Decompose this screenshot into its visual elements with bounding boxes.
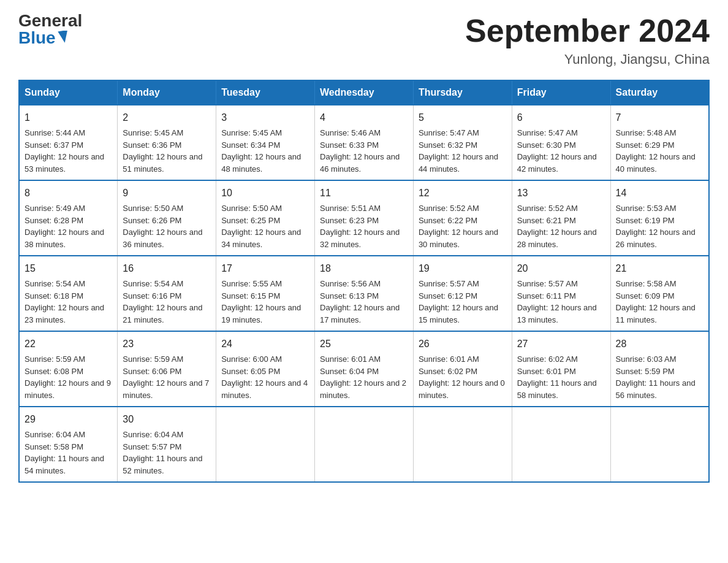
calendar-week-row: 15Sunrise: 5:54 AMSunset: 6:18 PMDayligh… (19, 256, 709, 331)
calendar-day-cell: 14Sunrise: 5:53 AMSunset: 6:19 PMDayligh… (610, 180, 709, 256)
logo: General Blue (18, 12, 82, 47)
calendar-day-cell: 19Sunrise: 5:57 AMSunset: 6:12 PMDayligh… (413, 256, 512, 331)
day-sunrise: Sunrise: 5:59 AM (123, 354, 183, 364)
day-number: 20 (517, 261, 605, 276)
calendar-day-cell: 28Sunrise: 6:03 AMSunset: 5:59 PMDayligh… (610, 331, 709, 407)
day-number: 12 (419, 186, 507, 201)
header-monday: Monday (118, 80, 216, 105)
day-daylight: Daylight: 12 hours and 4 minutes. (221, 378, 308, 400)
day-number: 15 (25, 261, 112, 276)
day-daylight: Daylight: 12 hours and 44 minutes. (419, 152, 498, 174)
day-daylight: Daylight: 11 hours and 56 minutes. (616, 378, 696, 400)
day-number: 7 (616, 110, 703, 125)
day-number: 4 (320, 110, 408, 125)
logo-blue: Blue (18, 29, 56, 47)
day-daylight: Daylight: 12 hours and 34 minutes. (221, 228, 301, 249)
header-sunday: Sunday (19, 80, 118, 105)
day-daylight: Daylight: 12 hours and 48 minutes. (221, 152, 301, 174)
calendar-day-cell: 5Sunrise: 5:47 AMSunset: 6:32 PMDaylight… (413, 105, 512, 180)
calendar-day-cell: 13Sunrise: 5:52 AMSunset: 6:21 PMDayligh… (512, 180, 610, 256)
day-number: 1 (25, 110, 112, 125)
day-sunset: Sunset: 6:23 PM (320, 216, 379, 225)
header-thursday: Thursday (413, 80, 512, 105)
calendar-day-cell: 23Sunrise: 5:59 AMSunset: 6:06 PMDayligh… (118, 331, 216, 407)
calendar-header-row: SundayMondayTuesdayWednesdayThursdayFrid… (19, 80, 709, 105)
day-number: 5 (419, 110, 507, 125)
day-number: 18 (320, 261, 408, 276)
calendar-week-row: 8Sunrise: 5:49 AMSunset: 6:28 PMDaylight… (19, 180, 709, 256)
day-sunrise: Sunrise: 5:57 AM (419, 279, 479, 288)
calendar-day-cell: 8Sunrise: 5:49 AMSunset: 6:28 PMDaylight… (19, 180, 118, 256)
calendar-week-row: 1Sunrise: 5:44 AMSunset: 6:37 PMDaylight… (19, 105, 709, 180)
day-sunset: Sunset: 6:34 PM (221, 140, 280, 150)
header-friday: Friday (512, 80, 610, 105)
day-daylight: Daylight: 12 hours and 28 minutes. (517, 228, 597, 249)
day-sunset: Sunset: 6:28 PM (25, 216, 83, 225)
calendar-week-row: 29Sunrise: 6:04 AMSunset: 5:58 PMDayligh… (19, 407, 709, 482)
day-sunrise: Sunrise: 5:52 AM (517, 204, 578, 213)
calendar-day-cell: 6Sunrise: 5:47 AMSunset: 6:30 PMDaylight… (512, 105, 610, 180)
day-daylight: Daylight: 12 hours and 11 minutes. (616, 303, 696, 324)
day-sunrise: Sunrise: 5:45 AM (221, 128, 282, 137)
day-sunrise: Sunrise: 6:01 AM (419, 354, 479, 364)
day-sunrise: Sunrise: 5:50 AM (123, 204, 183, 213)
day-daylight: Daylight: 12 hours and 53 minutes. (25, 152, 104, 174)
day-sunrise: Sunrise: 5:55 AM (221, 279, 282, 288)
day-sunset: Sunset: 6:06 PM (123, 367, 181, 376)
day-sunrise: Sunrise: 5:52 AM (419, 204, 479, 213)
day-sunset: Sunset: 6:32 PM (419, 140, 477, 150)
day-sunrise: Sunrise: 6:02 AM (517, 354, 578, 364)
day-sunrise: Sunrise: 6:03 AM (616, 354, 677, 364)
calendar-day-cell: 4Sunrise: 5:46 AMSunset: 6:33 PMDaylight… (315, 105, 414, 180)
day-sunrise: Sunrise: 5:58 AM (616, 279, 677, 288)
day-daylight: Daylight: 12 hours and 21 minutes. (123, 303, 202, 324)
day-daylight: Daylight: 12 hours and 7 minutes. (123, 378, 209, 400)
day-sunset: Sunset: 6:04 PM (320, 367, 379, 376)
day-daylight: Daylight: 12 hours and 2 minutes. (320, 378, 406, 400)
logo-general: General (18, 12, 82, 29)
day-daylight: Daylight: 12 hours and 38 minutes. (25, 228, 104, 249)
calendar-day-cell: 18Sunrise: 5:56 AMSunset: 6:13 PMDayligh… (315, 256, 414, 331)
day-sunset: Sunset: 6:11 PM (517, 291, 576, 301)
day-number: 13 (517, 186, 605, 201)
day-sunrise: Sunrise: 5:49 AM (25, 204, 85, 213)
header-wednesday: Wednesday (315, 80, 414, 105)
day-sunset: Sunset: 6:30 PM (517, 140, 576, 150)
header-saturday: Saturday (610, 80, 709, 105)
calendar-day-cell: 3Sunrise: 5:45 AMSunset: 6:34 PMDaylight… (216, 105, 315, 180)
day-sunrise: Sunrise: 5:56 AM (320, 279, 381, 288)
day-sunrise: Sunrise: 6:04 AM (25, 430, 85, 439)
calendar-week-row: 22Sunrise: 5:59 AMSunset: 6:08 PMDayligh… (19, 331, 709, 407)
calendar-day-cell (512, 407, 610, 482)
day-sunset: Sunset: 6:33 PM (320, 140, 379, 150)
day-daylight: Daylight: 12 hours and 30 minutes. (419, 228, 498, 249)
day-sunset: Sunset: 6:16 PM (123, 291, 181, 301)
day-daylight: Daylight: 12 hours and 0 minutes. (419, 378, 505, 400)
day-daylight: Daylight: 12 hours and 13 minutes. (517, 303, 597, 324)
day-number: 2 (123, 110, 211, 125)
day-sunrise: Sunrise: 5:53 AM (616, 204, 677, 213)
day-daylight: Daylight: 12 hours and 26 minutes. (616, 228, 696, 249)
day-sunset: Sunset: 6:01 PM (517, 367, 576, 376)
calendar-title: September 2024 (465, 12, 710, 49)
day-sunset: Sunset: 6:15 PM (221, 291, 280, 301)
day-sunset: Sunset: 6:05 PM (221, 367, 280, 376)
day-sunrise: Sunrise: 5:54 AM (123, 279, 183, 288)
logo-text: General Blue (18, 12, 82, 47)
day-number: 24 (221, 337, 309, 351)
day-daylight: Daylight: 12 hours and 15 minutes. (419, 303, 498, 324)
day-sunset: Sunset: 5:59 PM (616, 367, 675, 376)
day-sunset: Sunset: 6:12 PM (419, 291, 477, 301)
day-number: 22 (25, 337, 112, 351)
day-number: 25 (320, 337, 408, 351)
day-sunset: Sunset: 6:26 PM (123, 216, 181, 225)
day-daylight: Daylight: 12 hours and 17 minutes. (320, 303, 400, 324)
day-number: 19 (419, 261, 507, 276)
day-number: 6 (517, 110, 605, 125)
day-daylight: Daylight: 12 hours and 19 minutes. (221, 303, 301, 324)
calendar-day-cell (610, 407, 709, 482)
day-sunset: Sunset: 6:29 PM (616, 140, 675, 150)
calendar-day-cell: 2Sunrise: 5:45 AMSunset: 6:36 PMDaylight… (118, 105, 216, 180)
day-number: 11 (320, 186, 408, 201)
day-sunrise: Sunrise: 5:50 AM (221, 204, 282, 213)
